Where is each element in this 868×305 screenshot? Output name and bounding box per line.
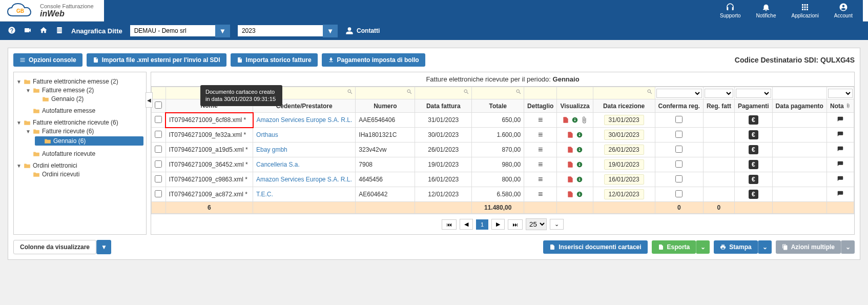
note-icon[interactable] (837, 131, 844, 138)
dettaglio-icon[interactable]: ≡ (538, 190, 543, 198)
page-last[interactable]: ⏭ (508, 219, 523, 230)
col-pagamenti[interactable]: Pagamenti (734, 99, 772, 113)
esporta-button[interactable]: Esporta (652, 240, 696, 254)
dettaglio-icon[interactable]: ≡ (538, 160, 543, 169)
page-prev[interactable]: ◀ (460, 219, 473, 230)
pagamento-bollo-button[interactable]: Pagamento imposta di bollo (322, 53, 425, 67)
importa-xml-button[interactable]: Importa file .xml esterni per l'invio al… (87, 53, 226, 67)
euro-badge[interactable]: € (749, 130, 758, 139)
filter-reg[interactable] (705, 89, 733, 98)
colonne-caret[interactable]: ▼ (96, 240, 111, 254)
conferma-checkbox[interactable] (675, 131, 683, 138)
stamp-icon[interactable] (571, 116, 578, 124)
cedente-link[interactable]: Orthaus (256, 131, 278, 138)
cedente-link[interactable]: Ebay gmbh (256, 146, 287, 153)
logo[interactable]: GB Console Fatturazione inWeb (5, 2, 94, 20)
conferma-checkbox[interactable] (675, 160, 683, 168)
conferma-checkbox[interactable] (675, 146, 683, 153)
dettaglio-icon[interactable]: ≡ (538, 145, 543, 154)
data-ricezione-pill[interactable]: 16/01/2023 (604, 174, 644, 185)
dettaglio-icon[interactable]: ≡ (538, 115, 543, 124)
page-size-select[interactable]: 25 (526, 218, 547, 230)
conferma-checkbox[interactable] (675, 116, 683, 123)
row-checkbox[interactable] (155, 160, 162, 168)
col-data-ricezione[interactable]: Data ricezione (593, 99, 655, 113)
filter-data-ricezione[interactable] (594, 88, 654, 98)
pdf-icon[interactable] (567, 161, 574, 168)
filter-data-fattura[interactable] (416, 88, 470, 98)
select-all-checkbox[interactable] (155, 101, 162, 109)
row-checkbox[interactable] (155, 131, 162, 138)
row-checkbox[interactable] (155, 146, 162, 153)
inserisci-cartacei-button[interactable]: Inserisci documenti cartacei (543, 240, 647, 254)
note-icon[interactable] (837, 160, 844, 168)
building-icon[interactable] (55, 26, 64, 36)
tree-gennaio-emesse[interactable]: Gennaio (2) (35, 95, 143, 103)
note-icon[interactable] (837, 190, 844, 197)
cedente-link[interactable]: T.E.C. (256, 191, 273, 198)
pdf-icon[interactable] (562, 116, 569, 124)
tree-fatture-ricevute[interactable]: ▼ Fatture ricevute (6) (26, 128, 143, 135)
contatti-link[interactable]: Contatti (345, 27, 380, 35)
pdf-icon[interactable] (567, 176, 574, 183)
col-data-fattura[interactable]: Data fattura (415, 99, 472, 113)
col-nota[interactable]: Nota (826, 99, 854, 113)
cedente-link[interactable]: Cancelleria S.a. (256, 161, 300, 168)
data-ricezione-pill[interactable]: 12/01/2023 (604, 189, 644, 199)
data-ricezione-pill[interactable]: 31/01/2023 (604, 115, 644, 125)
help-icon[interactable] (8, 26, 16, 36)
tree-autofatture-ricevute[interactable]: Autofatture ricevute (26, 150, 143, 157)
collapse-sidebar-handle[interactable]: ◀ (146, 92, 153, 108)
header-account[interactable]: Account (834, 3, 853, 18)
data-ricezione-pill[interactable]: 26/01/2023 (604, 145, 644, 155)
header-notifiche[interactable]: Notifiche (756, 3, 776, 18)
note-icon[interactable] (837, 146, 844, 153)
page-current[interactable]: 1 (476, 219, 488, 230)
dettaglio-icon[interactable]: ≡ (538, 130, 543, 139)
page-first[interactable]: ⏮ (442, 219, 457, 230)
tree-fatture-emesse[interactable]: ▼ Fatture emesse (2) (26, 87, 143, 94)
conferma-checkbox[interactable] (675, 175, 683, 182)
euro-badge[interactable]: € (749, 190, 758, 199)
euro-badge[interactable]: € (749, 175, 758, 184)
filter-numero[interactable] (357, 88, 414, 98)
col-visualizza[interactable]: Visualizza (557, 99, 593, 113)
esporta-caret[interactable]: ⌄ (696, 240, 710, 254)
year-dropdown-btn[interactable]: ▼ (323, 25, 338, 37)
home-icon[interactable] (39, 26, 48, 36)
company-select[interactable] (130, 25, 215, 36)
header-supporto[interactable]: Supporto (720, 3, 741, 18)
page-next[interactable]: ▶ (491, 219, 505, 230)
col-numero[interactable]: Numero (356, 99, 415, 113)
page-size-caret[interactable]: ⌄ (550, 219, 564, 230)
filter-pagamenti[interactable] (736, 89, 771, 98)
tree-ordini[interactable]: ▼ Ordini elettronici (16, 162, 143, 169)
stamp-icon[interactable] (576, 176, 583, 183)
pdf-icon[interactable] (567, 146, 574, 153)
row-checkbox[interactable] (155, 175, 162, 182)
stampa-button[interactable]: Stampa (714, 240, 757, 254)
col-reg-fatt[interactable]: Reg. fatt (703, 99, 734, 113)
stamp-icon[interactable] (576, 191, 583, 198)
colonne-button[interactable]: Colonne da visualizzare (13, 240, 96, 254)
year-select[interactable] (238, 25, 323, 36)
video-icon[interactable] (24, 26, 32, 36)
tree-ricevute[interactable]: ▼ Fatture elettroniche ricevute (6) (16, 119, 143, 126)
conferma-checkbox[interactable] (675, 190, 683, 197)
col-data-pagamento[interactable]: Data pagamento (772, 99, 826, 113)
data-ricezione-pill[interactable]: 30/01/2023 (604, 130, 644, 140)
euro-badge[interactable]: € (749, 145, 758, 154)
azioni-caret[interactable]: ⌄ (841, 240, 855, 254)
col-conferma[interactable]: Conferma reg. (655, 99, 703, 113)
header-applicazioni[interactable]: Applicazioni (791, 3, 818, 18)
azioni-multiple-button[interactable]: Azioni multiple (776, 240, 841, 254)
row-checkbox[interactable] (155, 116, 162, 123)
data-ricezione-pill[interactable]: 19/01/2023 (604, 159, 644, 170)
row-checkbox[interactable] (155, 190, 162, 197)
tree-emesse[interactable]: ▼ Fatture elettroniche emesse (2) (16, 78, 143, 85)
euro-badge[interactable]: € (749, 160, 758, 169)
stamp-icon[interactable] (576, 131, 583, 138)
cedente-link[interactable]: Amazon Services Europe S.A. R.L. (257, 116, 353, 124)
note-icon[interactable] (837, 116, 844, 123)
pdf-icon[interactable] (567, 131, 574, 138)
